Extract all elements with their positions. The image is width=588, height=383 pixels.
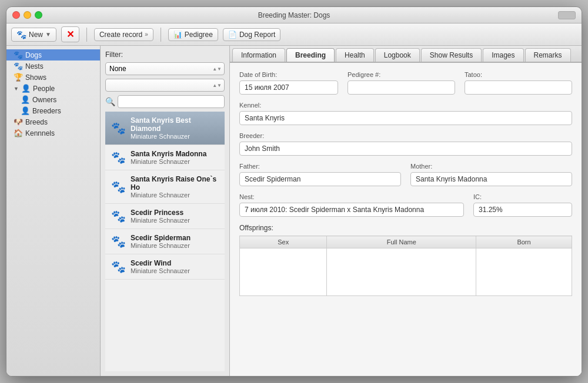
minimize-button[interactable] xyxy=(24,11,31,19)
dog-breed-4: Miniature Schnauzer xyxy=(131,242,191,249)
offsprings-section: Offsprings: Sex Full Name Born xyxy=(239,224,572,296)
tatoo-label: Tatoo: xyxy=(465,71,572,78)
sidebar-item-dogs[interactable]: 🐾 Dogs xyxy=(6,49,100,61)
dog-paw-icon-1: 🐾 xyxy=(111,150,126,164)
dog-info-0: Santa Knyris Best Diamond Miniature Schn… xyxy=(131,116,219,140)
dog-item-5[interactable]: 🐾 Scedir Wind Miniature Schnauzer xyxy=(105,254,225,280)
dog-item-1[interactable]: 🐾 Santa Knyris Madonna Miniature Schnauz… xyxy=(105,145,225,170)
search-input[interactable] xyxy=(118,95,225,108)
tab-breeding[interactable]: Breeding xyxy=(286,48,335,62)
search-icon[interactable]: 🔍 xyxy=(105,97,115,106)
tab-logbook[interactable]: Logbook xyxy=(375,48,420,62)
dog-item-0[interactable]: 🐾 Santa Knyris Best Diamond Miniature Sc… xyxy=(105,112,225,145)
breeds-icon: 🐶 xyxy=(14,117,23,126)
tab-health[interactable]: Health xyxy=(336,48,374,62)
filter-search-row: 🔍 xyxy=(105,95,225,108)
dob-label: Date of Birth: xyxy=(239,71,338,78)
dog-report-button[interactable]: 📄 Dog Report xyxy=(223,28,280,41)
dog-name-2: Santa Knyris Raise One`s Ho xyxy=(131,175,219,192)
paw-icon: 🐾 xyxy=(16,30,26,39)
dog-info-3: Scedir Princess Miniature Schnauzer xyxy=(131,209,190,224)
ic-group: IC: xyxy=(473,193,572,217)
nests-icon: 🐾 xyxy=(14,62,23,70)
delete-button[interactable]: ✕ xyxy=(61,26,79,42)
ic-input[interactable] xyxy=(473,203,572,217)
tab-images[interactable]: Images xyxy=(483,48,523,62)
dog-paw-icon-0: 🐾 xyxy=(111,121,126,135)
dog-paw-icon-5: 🐾 xyxy=(111,260,126,274)
new-button-label: New xyxy=(29,31,43,39)
filter-select-wrap: None xyxy=(105,62,225,75)
kennel-label: Kennel: xyxy=(239,102,572,109)
sidebar-item-shows-label: Shows xyxy=(25,73,46,82)
new-button[interactable]: 🐾 New ▼ xyxy=(11,28,56,42)
tab-show-results[interactable]: Show Results xyxy=(421,48,482,62)
pedigree-icon: 📊 xyxy=(173,31,182,39)
filter-select[interactable]: None xyxy=(105,62,225,75)
sidebar-item-owners[interactable]: 👤 Owners xyxy=(6,94,100,105)
sidebar-item-nests-label: Nests xyxy=(25,62,44,70)
tatoo-input[interactable] xyxy=(465,80,572,95)
sidebar-item-nests[interactable]: 🐾 Nests xyxy=(6,61,100,72)
dog-name-5: Scedir Wind xyxy=(131,259,190,267)
separator-2 xyxy=(161,28,161,42)
dog-breed-0: Miniature Schnauzer xyxy=(131,133,219,140)
offsprings-table: Sex Full Name Born xyxy=(239,236,572,296)
filter-panel: Filter: None 🔍 🐾 Santa Kny xyxy=(101,46,230,376)
mother-label: Mother: xyxy=(410,163,572,170)
sidebar-item-breeders[interactable]: 👤 Breeders xyxy=(6,105,100,116)
dog-item-4[interactable]: 🐾 Scedir Spiderman Miniature Schnauzer xyxy=(105,229,225,254)
mother-input[interactable] xyxy=(410,172,572,186)
sidebar-item-breeds[interactable]: 🐶 Breeds xyxy=(6,116,100,127)
close-button[interactable] xyxy=(12,11,20,19)
shows-icon: 🏆 xyxy=(14,73,23,82)
parents-row: Father: Mother: xyxy=(239,163,572,186)
report-icon: 📄 xyxy=(228,31,237,39)
pedigree-button[interactable]: 📊 Pedigree xyxy=(168,28,218,41)
dog-breed-3: Miniature Schnauzer xyxy=(131,217,190,224)
dog-name-3: Scedir Princess xyxy=(131,209,190,217)
kennels-icon: 🏠 xyxy=(14,129,23,137)
window-zoom[interactable] xyxy=(558,11,576,19)
people-icon: 👤 xyxy=(21,84,31,93)
breeder-row: Breeder: xyxy=(239,132,572,156)
sidebar-item-people[interactable]: ▼ 👤 People xyxy=(6,83,100,94)
father-input[interactable] xyxy=(239,172,401,186)
delete-icon: ✕ xyxy=(66,29,74,40)
tab-remarks[interactable]: Remarks xyxy=(525,48,571,62)
nest-input[interactable] xyxy=(239,203,464,217)
mother-group: Mother: xyxy=(410,163,572,186)
breeder-input[interactable] xyxy=(239,142,572,156)
sidebar-item-kennels[interactable]: 🏠 Kennnels xyxy=(6,127,100,139)
breeder-label: Breeder: xyxy=(239,132,572,139)
sidebar-item-shows[interactable]: 🏆 Shows xyxy=(6,72,100,83)
create-arrows: » xyxy=(145,31,148,38)
dog-name-0: Santa Knyris Best Diamond xyxy=(131,116,219,133)
offsprings-label: Offsprings: xyxy=(239,224,572,232)
dogs-icon: 🐾 xyxy=(14,51,23,59)
window-title: Breeding Master: Dogs xyxy=(258,11,330,19)
father-group: Father: xyxy=(239,163,401,186)
sidebar-item-breeds-label: Breeds xyxy=(25,118,48,126)
pedigree-input[interactable] xyxy=(348,80,455,95)
sidebar-item-kennels-label: Kennnels xyxy=(25,129,55,137)
tabs-bar: Information Breeding Health Logbook Show… xyxy=(230,46,582,63)
maximize-button[interactable] xyxy=(35,11,42,19)
kennel-input[interactable] xyxy=(239,111,572,125)
tab-information[interactable]: Information xyxy=(232,48,285,62)
nest-ic-row: Nest: IC: xyxy=(239,193,572,217)
dog-breed-2: Miniature Schnauzer xyxy=(131,192,219,199)
create-record-label: Create record xyxy=(99,31,142,39)
dog-info-1: Santa Knyris Madonna Miniature Schnauzer xyxy=(131,150,206,165)
dog-list: 🐾 Santa Knyris Best Diamond Miniature Sc… xyxy=(105,112,225,371)
dog-item-3[interactable]: 🐾 Scedir Princess Miniature Schnauzer xyxy=(105,204,225,229)
dob-input[interactable] xyxy=(239,80,338,95)
dog-breed-5: Miniature Schnauzer xyxy=(131,267,190,274)
dog-info-5: Scedir Wind Miniature Schnauzer xyxy=(131,259,190,274)
create-record-button[interactable]: Create record » xyxy=(94,28,153,41)
col-sex: Sex xyxy=(240,236,327,248)
dog-info-2: Santa Knyris Raise One`s Ho Miniature Sc… xyxy=(131,175,219,199)
dog-report-label: Dog Report xyxy=(239,31,275,39)
filter-secondary-select[interactable] xyxy=(105,79,225,92)
dog-item-2[interactable]: 🐾 Santa Knyris Raise One`s Ho Miniature … xyxy=(105,170,225,204)
